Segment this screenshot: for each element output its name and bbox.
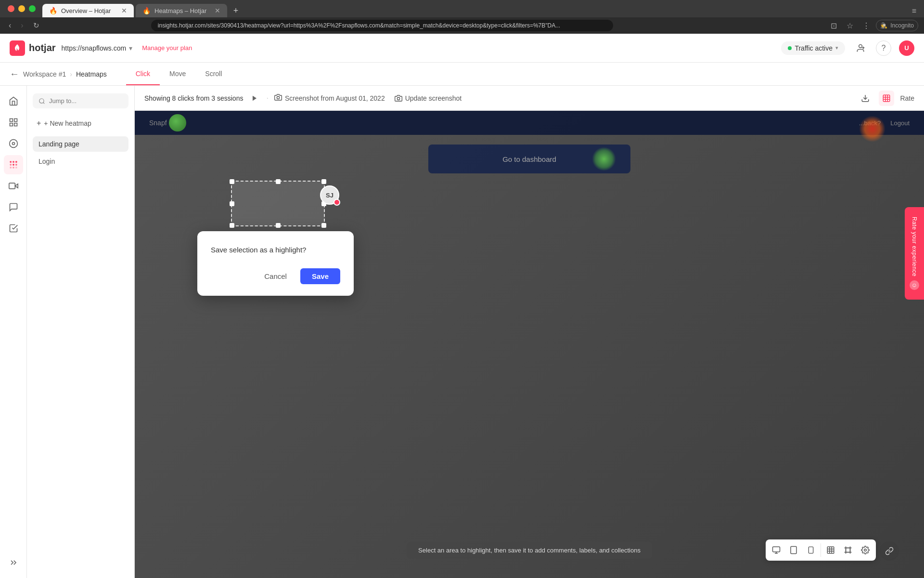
svg-point-24 [397, 97, 399, 100]
cast-icon[interactable]: ⊡ [827, 19, 840, 32]
svg-rect-6 [10, 123, 13, 126]
handle-tm[interactable] [276, 179, 281, 184]
left-nav-dashboard[interactable] [4, 113, 23, 132]
highlight-tool-button[interactable] [879, 91, 894, 106]
cancel-button[interactable]: Cancel [257, 268, 295, 284]
dialog-actions: Cancel Save [211, 268, 340, 284]
tab-move[interactable]: Move [160, 63, 195, 85]
minimize-control[interactable] [18, 5, 25, 12]
left-nav-feedback[interactable] [4, 197, 23, 217]
close-control[interactable] [8, 5, 14, 12]
svg-rect-9 [10, 161, 11, 163]
incognito-label: Incognito [890, 22, 914, 29]
content-tabs: Click Move Scroll [126, 63, 232, 85]
svg-marker-22 [253, 95, 257, 101]
svg-rect-11 [15, 161, 17, 163]
highlight-grid-button[interactable] [822, 541, 839, 559]
simulated-page-nav: Snapf ...back? Logout [135, 111, 924, 135]
browser-extend: ≡ [912, 7, 920, 17]
browser-menu-icon[interactable]: ⋮ [860, 19, 873, 32]
maximize-control[interactable] [29, 5, 36, 12]
left-icon-nav [0, 86, 27, 578]
update-screenshot-button[interactable]: Update screenshot [391, 92, 466, 104]
new-heatmap-label: + New heatmap [44, 119, 91, 127]
sidebar-item-landing[interactable]: Landing page [33, 136, 128, 152]
back-nav-button[interactable]: ← [10, 68, 19, 79]
traffic-dot [788, 46, 792, 50]
left-nav-surveys[interactable] [4, 219, 23, 238]
sidebar-search-icon [38, 98, 45, 105]
page-nav-right: ...back? Logout [859, 119, 910, 127]
mobile-view-button[interactable] [802, 541, 820, 559]
forward-button[interactable]: › [18, 19, 26, 32]
tab-heatmaps[interactable]: 🔥 Heatmaps – Hotjar ✕ [136, 4, 227, 17]
download-button[interactable] [858, 91, 873, 106]
tab1-label: Overview – Hotjar [61, 7, 111, 14]
bottom-hint-bar: Select an area to highlight, then save i… [407, 542, 652, 559]
back-button[interactable]: ‹ [6, 19, 14, 32]
left-nav-recordings[interactable] [4, 176, 23, 196]
crop-tool-button[interactable] [839, 541, 857, 559]
handle-bm[interactable] [276, 223, 281, 228]
star-icon[interactable]: ☆ [843, 19, 857, 32]
address-bar[interactable]: insights.hotjar.com/sites/3090413/heatma… [151, 20, 613, 31]
left-nav-collapse[interactable] [4, 553, 23, 572]
tab2-favicon: 🔥 [142, 7, 151, 14]
tab-overview[interactable]: 🔥 Overview – Hotjar ✕ [42, 4, 134, 17]
refresh-button[interactable]: ↻ [30, 19, 42, 32]
top-bar: hotjar https://snapflows.com ▾ Manage yo… [0, 34, 924, 63]
info-bar-right: Rate [858, 91, 914, 106]
address-text: insights.hotjar.com/sites/3090413/heatma… [158, 22, 560, 29]
manage-plan-link[interactable]: Manage your plan [142, 44, 192, 52]
save-button[interactable]: Save [300, 268, 340, 284]
rate-tab-smile-icon: ☺ [910, 280, 919, 290]
sidebar-item-login[interactable]: Login [33, 154, 128, 169]
tablet-view-button[interactable] [785, 541, 802, 559]
svg-rect-17 [15, 167, 17, 168]
svg-rect-43 [846, 548, 850, 552]
profile-incognito[interactable]: 🕵 Incognito [876, 20, 918, 31]
separator-dot: · [266, 94, 268, 103]
cursor-red-dot [334, 199, 340, 206]
svg-marker-18 [15, 184, 18, 188]
rate-experience-tab[interactable]: Rate your experience ☺ [905, 207, 924, 300]
new-heatmap-button[interactable]: + + New heatmap [33, 116, 128, 131]
sidebar-search [33, 93, 128, 108]
tab1-close[interactable]: ✕ [121, 7, 127, 14]
play-sessions-button[interactable] [249, 92, 260, 104]
handle-bl[interactable] [230, 223, 234, 228]
svg-rect-26 [884, 95, 890, 102]
left-nav-heatmap-active[interactable] [4, 155, 23, 174]
tab-click[interactable]: Click [126, 63, 160, 85]
handle-tr[interactable] [321, 179, 326, 184]
svg-rect-38 [827, 547, 834, 553]
sidebar-search-input[interactable] [49, 97, 123, 105]
plus-icon: + [37, 119, 41, 128]
traffic-active-badge[interactable]: Traffic active ▾ [781, 41, 845, 55]
page-logout-link: Logout [890, 119, 910, 127]
left-nav-home[interactable] [4, 92, 23, 111]
new-tab-button[interactable]: + [229, 4, 243, 17]
add-user-button[interactable] [853, 40, 868, 56]
handle-ml[interactable] [230, 201, 234, 206]
help-button[interactable]: ? [876, 40, 891, 56]
left-nav-location[interactable] [4, 134, 23, 153]
site-url-text: https://snapflows.com [62, 44, 127, 52]
selection-rectangle [231, 181, 325, 226]
link-icon-button[interactable] [880, 541, 899, 561]
settings-tool-button[interactable] [857, 541, 874, 559]
handle-br[interactable] [321, 223, 326, 228]
desktop-view-button[interactable] [768, 541, 785, 559]
hotjar-flame-icon [13, 43, 22, 53]
heatmap-info-bar: Showing 8 clicks from 3 sessions · Scree… [135, 86, 924, 111]
rate-button[interactable]: Rate [900, 94, 914, 102]
cursor-initials: SJ [326, 192, 334, 199]
tab-scroll[interactable]: Scroll [195, 63, 231, 85]
hotjar-logo-icon [10, 40, 25, 56]
traffic-chevron: ▾ [835, 45, 838, 51]
site-url-display[interactable]: https://snapflows.com ▾ [62, 44, 133, 52]
user-avatar[interactable]: U [899, 40, 914, 56]
tab2-close[interactable]: ✕ [215, 7, 220, 14]
handle-tl[interactable] [230, 179, 234, 184]
bottom-device-toolbar [766, 539, 876, 561]
